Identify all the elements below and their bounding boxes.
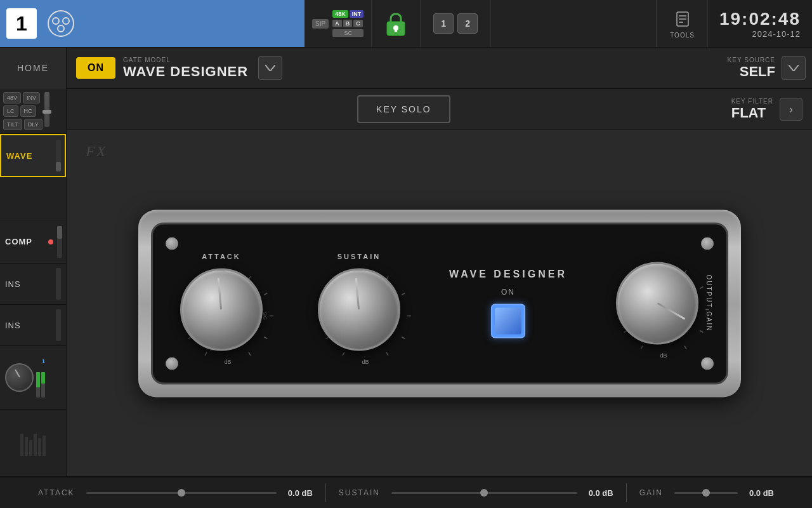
rate-badge: 48K [332, 10, 348, 18]
attack-dial[interactable] [180, 269, 263, 351]
attack-needle [218, 278, 222, 310]
attack-slider[interactable] [86, 492, 277, 494]
ctrl-inv[interactable]: INV [23, 92, 40, 104]
svg-text:dB: dB [660, 352, 667, 359]
attack-knob[interactable]: OVL -10 +13 +13 SIG dB [177, 265, 266, 354]
svg-line-11 [205, 352, 207, 356]
gate-model-label: GATE MODEL [123, 57, 248, 64]
svg-line-52 [700, 331, 703, 333]
badge-a: A [332, 20, 342, 27]
comp-indicator-dot [48, 239, 53, 244]
ins-1-label: INS [5, 279, 21, 289]
sustain-knob[interactable]: -12 +24 +24 dB [315, 265, 403, 354]
sidebar-tab-comp[interactable]: COMP [0, 220, 66, 264]
tools-icon [672, 9, 693, 29]
ctrl-tilt[interactable]: TILT [3, 119, 22, 130]
ins-2-label: INS [5, 321, 21, 330]
gate-model-section: GATE MODEL WAVE DESIGNER [123, 57, 248, 80]
output-gain-knob[interactable]: -15 -3 -6 dB [613, 259, 702, 348]
ctrl-hc[interactable]: HC [20, 105, 36, 117]
knob-indicator [15, 369, 20, 377]
sustain-section: SUSTAIN [290, 253, 428, 354]
svg-line-18 [264, 293, 267, 295]
key-source-text: KEY SOURCE SELF [728, 57, 775, 80]
clock-section: 19:02:48 2024-10-12 [707, 0, 812, 47]
key-filter-label: KEY FILTER [731, 98, 773, 105]
left-sidebar: 48V INV LC HC TILT DLY WAVE [0, 89, 67, 476]
sip-badges: 48K INT A B C SC [332, 10, 363, 37]
wd-on-button[interactable] [491, 304, 525, 338]
key-filter-value: FLAT [731, 105, 773, 121]
svg-line-50 [700, 287, 703, 289]
svg-point-1 [53, 18, 59, 24]
bottom-divider-2 [626, 483, 627, 502]
sip-section: SIP 48K INT A B C SC [304, 0, 372, 47]
mode-badge: INT [350, 10, 364, 18]
main-area: 48V INV LC HC TILT DLY WAVE [0, 89, 812, 476]
routing-btn-1[interactable]: 1 [433, 13, 454, 34]
gain-slider-thumb [702, 489, 710, 497]
tools-section[interactable]: TOOLS [657, 0, 707, 47]
wave-fader [56, 140, 61, 171]
top-middle-spacer [491, 0, 657, 47]
badge-b: B [343, 20, 353, 27]
sustain-slider[interactable] [391, 492, 577, 494]
wave-designer-device: ATTACK [138, 210, 741, 397]
sustain-param: SUSTAIN 0.0 dB [339, 488, 613, 498]
sustain-label: SUSTAIN [337, 253, 381, 260]
gate-model-value: WAVE DESIGNER [123, 64, 248, 80]
gain-label: GAIN [639, 488, 663, 497]
output-gain-needle [657, 302, 685, 320]
key-solo-bar: KEY SOLO KEY FILTER FLAT › [67, 89, 812, 130]
sustain-slider-thumb [480, 489, 488, 497]
second-bar: HOME ON GATE MODEL WAVE DESIGNER KEY SOU… [0, 48, 812, 89]
output-gain-section: OUTPUT GAIN [589, 259, 726, 348]
clock-date: 2024-10-12 [752, 29, 801, 39]
svg-line-35 [402, 293, 405, 295]
screw-tl [166, 237, 178, 250]
gate-section: ON GATE MODEL WAVE DESIGNER [67, 56, 728, 80]
ctrl-btn-group: 48V INV LC HC TILT DLY [3, 92, 43, 130]
sidebar-bottom-fader [0, 410, 66, 476]
fx-label: FX [86, 143, 107, 160]
attack-section: ATTACK [153, 253, 291, 354]
svg-text:dB: dB [362, 359, 369, 365]
ctrl-lc[interactable]: LC [3, 105, 18, 117]
gate-model-dropdown[interactable] [258, 56, 282, 80]
top-bar: 1 SIP 48K INT A B C SC [0, 0, 812, 48]
gain-slider[interactable] [674, 492, 738, 494]
sc-badge: SC [332, 29, 363, 37]
key-solo-button[interactable]: KEY SOLO [357, 95, 450, 123]
routing-section: 1 2 [421, 0, 491, 47]
gain-section: GAIN 0.0 dB [639, 488, 774, 498]
home-button[interactable]: HOME [0, 48, 67, 89]
ctrl-dly[interactable]: DLY [24, 119, 43, 130]
wd-title: WAVE DESIGNER [449, 269, 567, 280]
lock-section[interactable] [372, 0, 421, 47]
key-filter-arrow[interactable]: › [780, 98, 802, 121]
ctrl-48v[interactable]: 48V [3, 92, 21, 104]
sidebar-ins-1[interactable]: INS [0, 264, 66, 305]
badge-c: C [353, 20, 363, 27]
attack-label: ATTACK [202, 253, 241, 260]
wave-tab-label: WAVE [6, 151, 32, 161]
gate-on-button[interactable]: ON [76, 57, 115, 79]
svg-line-21 [249, 352, 251, 356]
fader-handle[interactable] [43, 110, 51, 114]
bottom-bar: ATTACK 0.0 dB SUSTAIN 0.0 dB GAIN 0.0 dB [0, 476, 812, 508]
level-bars [36, 366, 45, 398]
attack-slider-thumb [178, 489, 185, 497]
sidebar-tab-wave[interactable]: WAVE [0, 134, 66, 177]
channel-number: 1 [6, 8, 37, 39]
sidebar-ins-2[interactable]: INS [0, 305, 66, 346]
routing-btn-2[interactable]: 2 [457, 13, 478, 34]
level-bar-2 [41, 372, 45, 398]
sidebar-main-knob[interactable] [5, 363, 34, 392]
sustain-dial[interactable] [318, 269, 400, 351]
output-gain-dial[interactable] [616, 262, 698, 345]
wd-on-indicator [495, 308, 521, 335]
key-source-dropdown[interactable] [782, 56, 806, 80]
attack-param-value: 0.0 dB [288, 488, 313, 498]
key-source-label: KEY SOURCE [728, 57, 775, 64]
gain-value: 0.0 dB [749, 488, 774, 498]
